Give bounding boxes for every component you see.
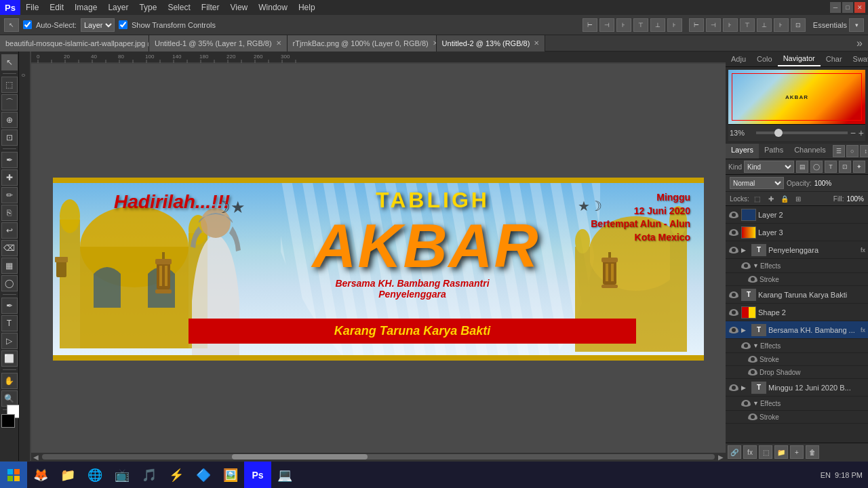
distribute-top-btn[interactable]: ⊤ bbox=[740, 18, 755, 32]
shape2-visibility[interactable] bbox=[728, 307, 739, 318]
menu-edit[interactable]: Edit bbox=[44, 0, 69, 15]
kind-icon5[interactable]: ✦ bbox=[853, 161, 865, 173]
bersama-effects-expand[interactable]: ▼ bbox=[753, 342, 759, 349]
menu-type[interactable]: Type bbox=[134, 0, 162, 15]
bersama-effects-vis[interactable] bbox=[741, 340, 751, 351]
zoom-slider-thumb[interactable] bbox=[774, 129, 783, 137]
type-tool[interactable]: T bbox=[1, 315, 18, 331]
minggu-expand[interactable]: ▶ bbox=[741, 384, 749, 391]
move-tool[interactable]: ↖ bbox=[1, 54, 18, 70]
layer-item-layer2[interactable]: Layer 2 bbox=[726, 206, 868, 224]
layer-item-layer3[interactable]: Layer 3 bbox=[726, 224, 868, 241]
layer-item-minggu[interactable]: ▶ T Minggu 12 Juni 2020 B... bbox=[726, 379, 868, 396]
taskbar-media[interactable]: 📺 bbox=[108, 462, 136, 489]
kind-select[interactable]: Kind bbox=[744, 161, 794, 173]
minimize-button[interactable]: ─ bbox=[830, 2, 841, 13]
scroll-right-btn[interactable]: ▶ bbox=[716, 453, 726, 461]
zoom-out-btn[interactable]: − bbox=[850, 127, 856, 138]
bersama-expand[interactable]: ▶ bbox=[741, 327, 749, 333]
tab-untitled2[interactable]: Untitled-2 @ 13% (RGB/8) ✕ bbox=[437, 35, 546, 52]
crop-tool[interactable]: ⊡ bbox=[1, 129, 18, 146]
layer-item-shape2[interactable]: Shape 2 bbox=[726, 304, 868, 321]
blend-mode-select[interactable]: Normal bbox=[730, 177, 784, 189]
penyelenggara-effects-vis[interactable] bbox=[741, 260, 751, 271]
align-right-btn[interactable]: ⊦ bbox=[616, 18, 631, 32]
tab-untitled1-close[interactable]: ✕ bbox=[276, 39, 281, 47]
eyedropper-tool[interactable]: ✒ bbox=[1, 152, 18, 168]
lock-icon4[interactable]: ⊞ bbox=[793, 193, 804, 204]
bersama-visibility[interactable] bbox=[728, 325, 739, 336]
taskbar-ie[interactable]: 🌐 bbox=[81, 462, 108, 489]
tab-paths[interactable]: Paths bbox=[759, 144, 789, 159]
minggu-effects-expand[interactable]: ▼ bbox=[753, 400, 759, 407]
tab-layers[interactable]: Layers bbox=[726, 144, 759, 159]
canvas-image[interactable]: ☽★ ★☽ Hadirilah...!!! TABLIGH AKBAR Ming… bbox=[53, 178, 704, 361]
tab-mosque[interactable]: beautiful-mosque-islamic-art-wallpaper.j… bbox=[0, 35, 149, 52]
auto-select-dropdown[interactable]: Layer bbox=[81, 18, 115, 32]
workspace-options-btn[interactable]: ▾ bbox=[849, 18, 864, 32]
layer-mask-btn[interactable]: ⬚ bbox=[759, 445, 772, 459]
bersama-stroke-vis[interactable] bbox=[747, 354, 758, 365]
tab-untitled1[interactable]: Untitled-1 @ 35% (Layer 1, RGB/8) ✕ bbox=[149, 35, 288, 52]
layer3-visibility[interactable] bbox=[728, 227, 739, 238]
minggu-visibility[interactable] bbox=[728, 382, 739, 393]
pen-tool[interactable]: ✒ bbox=[1, 298, 18, 314]
menu-window[interactable]: Window bbox=[253, 0, 293, 15]
menu-filter[interactable]: Filter bbox=[196, 0, 225, 15]
brush-tool[interactable]: ✏ bbox=[1, 187, 18, 203]
layer-new-btn[interactable]: + bbox=[790, 445, 804, 459]
taskbar-app2[interactable]: 🔷 bbox=[190, 462, 217, 489]
layer-delete-btn[interactable]: 🗑 bbox=[806, 445, 819, 459]
panel-tab-adju[interactable]: Adju bbox=[726, 52, 751, 66]
panel-tab-navigator[interactable]: Navigator bbox=[778, 52, 821, 66]
layer-item-bersama[interactable]: ▶ T Bersama KH. Bambang ... fx bbox=[726, 321, 868, 339]
taskbar-app5[interactable]: 💻 bbox=[271, 462, 298, 489]
tab-untitled2-close[interactable]: ✕ bbox=[534, 39, 539, 47]
layer-item-karang[interactable]: T Karang Taruna Karya Bakti bbox=[726, 286, 868, 304]
layer-group-btn[interactable]: 📁 bbox=[774, 445, 788, 459]
distribute-right-btn[interactable]: ⊦ bbox=[723, 18, 738, 32]
penyelenggara-effects-expand[interactable]: ▼ bbox=[753, 262, 759, 269]
layer-kind-dropdown[interactable]: ☰ bbox=[833, 145, 845, 157]
auto-select-label[interactable]: Auto-Select: bbox=[36, 21, 77, 29]
quick-select-tool[interactable]: ⊕ bbox=[1, 112, 18, 128]
menu-image[interactable]: Image bbox=[69, 0, 102, 15]
align-center-h-btn[interactable]: ⊣ bbox=[599, 18, 614, 32]
kind-icon4[interactable]: ⊡ bbox=[839, 161, 851, 173]
scrollbar-thumb[interactable] bbox=[232, 454, 368, 460]
dodge-tool[interactable]: ◯ bbox=[1, 275, 18, 291]
penyelenggara-expand[interactable]: ▶ bbox=[741, 247, 749, 253]
layer-fx-btn[interactable]: fx bbox=[743, 445, 757, 459]
menu-layer[interactable]: Layer bbox=[102, 0, 134, 15]
align-left-btn[interactable]: ⊢ bbox=[583, 18, 597, 32]
distribute-left-btn[interactable]: ⊢ bbox=[689, 18, 704, 32]
align-top-btn[interactable]: ⊤ bbox=[633, 18, 648, 32]
panel-tab-swat[interactable]: Swat bbox=[848, 52, 868, 66]
minggu-stroke-vis[interactable] bbox=[747, 411, 758, 422]
penyelenggara-visibility[interactable] bbox=[728, 245, 739, 256]
kind-icon2[interactable]: ◯ bbox=[810, 161, 823, 173]
taskbar-music[interactable]: 🎵 bbox=[136, 462, 163, 489]
eraser-tool[interactable]: ⌫ bbox=[1, 240, 18, 256]
align-center-v-btn[interactable]: ⊥ bbox=[650, 18, 665, 32]
karang-visibility[interactable] bbox=[728, 289, 739, 300]
lasso-tool[interactable]: ⌒ bbox=[1, 94, 18, 110]
auto-select-checkbox[interactable] bbox=[23, 20, 32, 29]
panel-tab-char[interactable]: Char bbox=[821, 52, 848, 66]
lock-position-btn[interactable]: ✚ bbox=[766, 193, 776, 204]
foreground-color-swatch[interactable] bbox=[1, 414, 15, 428]
shape-tool[interactable]: ⬜ bbox=[1, 350, 18, 367]
marquee-tool[interactable]: ⬚ bbox=[1, 77, 18, 93]
healing-tool[interactable]: ✚ bbox=[1, 169, 18, 186]
penyelenggara-stroke-vis[interactable] bbox=[747, 274, 758, 285]
menu-view[interactable]: View bbox=[224, 0, 253, 15]
hand-tool[interactable]: ✋ bbox=[1, 373, 18, 389]
maximize-button[interactable]: □ bbox=[842, 2, 853, 13]
taskbar-app3[interactable]: 🖼️ bbox=[217, 462, 244, 489]
taskbar-firefox[interactable]: 🦊 bbox=[27, 462, 54, 489]
tab-channels[interactable]: Channels bbox=[789, 144, 831, 159]
layer-icon3[interactable]: ↕ bbox=[860, 145, 868, 157]
layer-item-penyelenggara[interactable]: ▶ T Penyelenggara fx bbox=[726, 241, 868, 259]
start-button[interactable] bbox=[0, 462, 27, 489]
menu-select[interactable]: Select bbox=[162, 0, 195, 15]
